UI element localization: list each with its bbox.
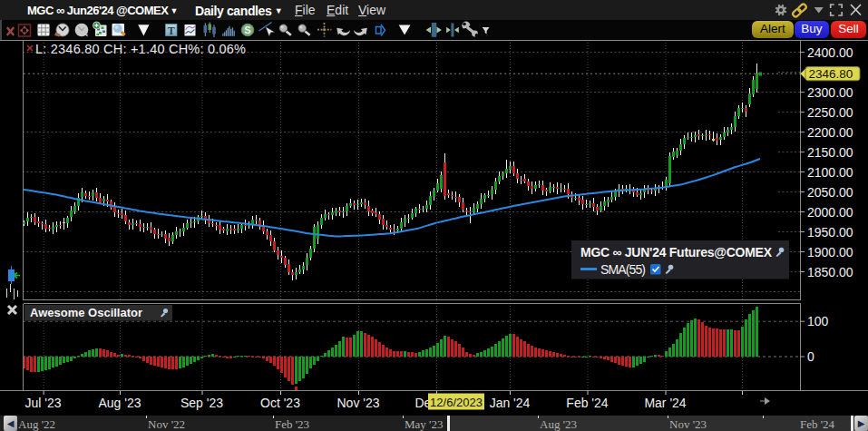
svg-text:2250.00: 2250.00 [807, 105, 853, 120]
svg-text:2400.00: 2400.00 [807, 45, 853, 60]
svg-text:Sep '23: Sep '23 [180, 396, 223, 410]
svg-text:Oct '23: Oct '23 [260, 396, 300, 410]
svg-text:Nov '23: Nov '23 [336, 396, 379, 410]
svg-text:Feb '24: Feb '24 [566, 396, 608, 410]
svg-text:S: S [244, 24, 250, 35]
svg-text:0: 0 [807, 349, 814, 364]
svg-text:1900.00: 1900.00 [807, 245, 853, 260]
svg-text:Mar '24: Mar '24 [644, 396, 686, 410]
svg-text:2300.00: 2300.00 [807, 85, 853, 100]
svg-text:Aug '23: Aug '23 [98, 396, 141, 410]
svg-text:2346.80: 2346.80 [809, 67, 853, 81]
svg-text:2000.00: 2000.00 [807, 205, 853, 220]
svg-text:2100.00: 2100.00 [807, 165, 853, 180]
svg-text:L: 2346.80 CH: +1.40 CH%: 0.06: L: 2346.80 CH: +1.40 CH%: 0.06% [35, 42, 246, 56]
svg-text:12/6/2023: 12/6/2023 [430, 396, 483, 409]
svg-text:1850.00: 1850.00 [807, 265, 853, 279]
svg-text:Jan '24: Jan '24 [490, 396, 531, 410]
svg-text:2150.00: 2150.00 [807, 145, 853, 160]
svg-text:T: T [168, 24, 175, 37]
svg-text:Awesome Oscillator: Awesome Oscillator [30, 306, 142, 319]
svg-text:2050.00: 2050.00 [807, 185, 853, 200]
svg-text:SMA(55): SMA(55) [600, 262, 646, 277]
svg-text:MGC ∞ JUN'24 Futures@COMEX: MGC ∞ JUN'24 Futures@COMEX [580, 245, 773, 260]
svg-text:Jul '23: Jul '23 [25, 396, 62, 410]
svg-text:100: 100 [807, 314, 829, 328]
svg-text:1950.00: 1950.00 [807, 225, 853, 240]
svg-text:2200.00: 2200.00 [807, 125, 853, 140]
